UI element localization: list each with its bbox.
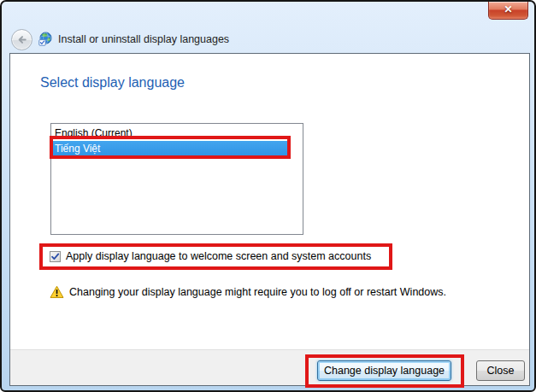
list-item-vietnamese[interactable]: Tiếng Việt <box>52 141 288 157</box>
apply-language-checkbox[interactable] <box>50 251 61 262</box>
apply-language-checkbox-label[interactable]: Apply display language to welcome screen… <box>66 250 371 262</box>
titlebar[interactable]: ✕ <box>2 2 534 25</box>
warning-text: Changing your display language might req… <box>69 286 446 298</box>
list-item-english[interactable]: English (Current) <box>52 126 302 141</box>
close-icon: ✕ <box>504 3 512 15</box>
change-display-language-button[interactable]: Change display language <box>317 360 451 381</box>
main-instruction: Select display language <box>40 75 185 91</box>
display-language-listbox[interactable]: English (Current) Tiếng Việt <box>50 123 303 235</box>
checkmark-icon <box>50 252 60 261</box>
back-button[interactable] <box>11 29 32 50</box>
warning-row: Changing your display language might req… <box>50 285 446 299</box>
content-area: Select display language English (Current… <box>10 54 529 349</box>
back-arrow-icon <box>15 33 28 46</box>
dialog-footer: Change display language Close <box>10 349 529 385</box>
warning-triangle-icon <box>50 285 64 299</box>
apply-language-checkbox-row[interactable]: Apply display language to welcome screen… <box>50 249 371 263</box>
dialog-client-area: Select display language English (Current… <box>9 53 530 386</box>
page-title: Install or uninstall display languages <box>58 25 229 53</box>
globe-language-icon <box>38 32 53 46</box>
dialog-window: ✕ Install or uninstall display l <box>0 0 536 392</box>
navigation-bar: Install or uninstall display languages <box>2 25 534 53</box>
window-close-button[interactable]: ✕ <box>488 2 528 20</box>
close-dialog-button[interactable]: Close <box>476 360 525 381</box>
